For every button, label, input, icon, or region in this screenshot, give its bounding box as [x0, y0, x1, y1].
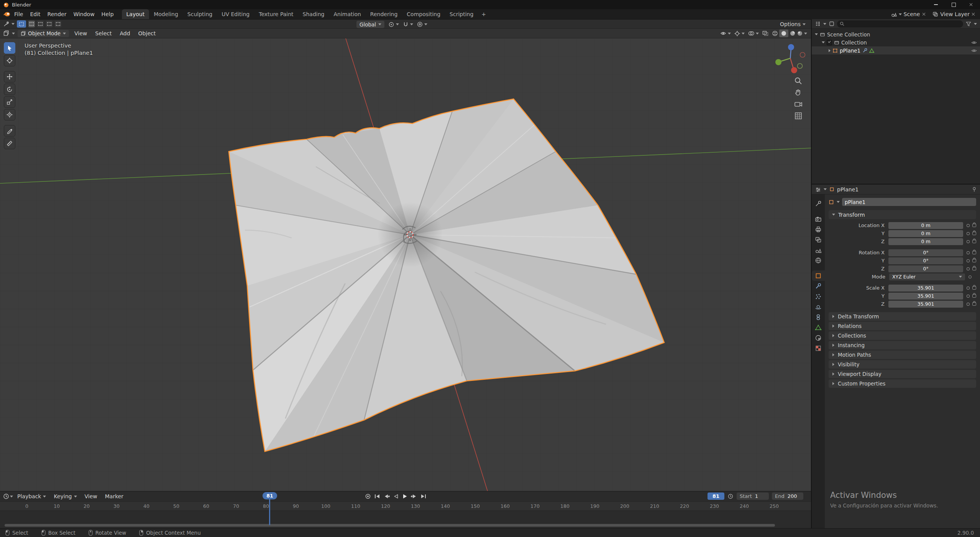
animate-decorator-icon[interactable] — [967, 232, 970, 235]
outliner-item-label[interactable]: Scene Collection — [827, 31, 870, 38]
outliner-item-label[interactable]: pPlane1 — [840, 48, 860, 54]
tab-texture-paint[interactable]: Texture Paint — [254, 9, 298, 19]
collection-checkbox[interactable] — [827, 40, 832, 45]
snapping-dropdown[interactable] — [403, 21, 413, 27]
menu-marker[interactable]: Marker — [102, 493, 127, 499]
expand-icon[interactable] — [829, 49, 831, 52]
orthographic-toggle-icon[interactable] — [794, 112, 803, 120]
chevron-down-icon[interactable] — [974, 23, 977, 25]
tool-measure-button[interactable] — [4, 138, 15, 149]
navigation-gizmo[interactable] — [774, 42, 806, 74]
hide-eye-icon[interactable] — [971, 40, 977, 45]
menu-help[interactable]: Help — [98, 9, 117, 19]
animate-decorator-icon[interactable] — [967, 251, 970, 254]
transform-orientation-dropdown[interactable]: Global — [356, 21, 384, 28]
tab-scene[interactable] — [812, 245, 825, 255]
gizmo-x-axis[interactable] — [791, 67, 797, 73]
timeline-scrollbar[interactable] — [5, 524, 775, 527]
view-layer-label[interactable]: View Layer — [940, 11, 970, 17]
lock-icon[interactable] — [972, 286, 976, 290]
xray-toggle-icon[interactable] — [762, 31, 768, 36]
outliner-row-collection[interactable]: Collection — [812, 38, 980, 46]
options-dropdown[interactable]: Options — [780, 21, 806, 27]
tool-select-box-button[interactable] — [4, 42, 15, 54]
auto-key-button[interactable] — [365, 493, 371, 499]
tool-scale-button[interactable] — [4, 96, 15, 108]
chevron-down-icon[interactable] — [10, 496, 13, 497]
display-mode-icon[interactable] — [829, 21, 834, 26]
frame-end-field[interactable]: End200 — [772, 493, 803, 500]
tab-rendering[interactable]: Rendering — [366, 9, 402, 19]
animate-decorator-icon[interactable] — [967, 287, 970, 290]
pin-icon[interactable] — [972, 187, 977, 192]
shading-wireframe-icon[interactable] — [772, 30, 778, 36]
expand-icon[interactable] — [822, 41, 825, 43]
tab-compositing[interactable]: Compositing — [402, 9, 445, 19]
gizmo-negative-axis[interactable] — [798, 64, 803, 69]
lock-icon[interactable] — [972, 267, 976, 270]
section-collections[interactable]: Collections — [829, 331, 976, 340]
menu-view[interactable]: View — [72, 30, 90, 36]
tab-modifiers[interactable] — [812, 281, 825, 291]
minimize-button[interactable] — [927, 0, 945, 9]
chevron-down-icon[interactable] — [12, 33, 15, 35]
rotation-z-field[interactable]: 0° — [888, 265, 963, 272]
animate-decorator-icon[interactable] — [967, 224, 970, 227]
expand-icon[interactable] — [815, 33, 818, 35]
filter-funnel-icon[interactable] — [966, 21, 971, 26]
location-z-field[interactable]: 0 m — [888, 238, 963, 245]
add-workspace-button[interactable]: + — [478, 9, 489, 19]
location-x-field[interactable]: 0 m — [888, 222, 963, 229]
scale-y-field[interactable]: 35.901 — [888, 293, 963, 300]
animate-decorator-icon[interactable] — [967, 259, 970, 262]
tab-scripting[interactable]: Scripting — [445, 9, 478, 19]
tool-rotate-button[interactable] — [4, 84, 15, 95]
tab-modeling[interactable]: Modeling — [149, 9, 183, 19]
rotation-x-field[interactable]: 0° — [888, 249, 963, 256]
play-button[interactable] — [402, 494, 408, 499]
gizmo-z-axis[interactable] — [788, 44, 794, 50]
outliner-search-input[interactable] — [846, 21, 960, 27]
frame-start-field[interactable]: Start1 — [737, 493, 769, 500]
lock-icon[interactable] — [972, 294, 976, 298]
jump-to-end-button[interactable] — [420, 494, 427, 499]
lock-icon[interactable] — [972, 240, 976, 243]
rotation-mode-dropdown[interactable]: XYZ Euler — [889, 273, 965, 280]
properties-editor-icon[interactable] — [815, 187, 821, 192]
animate-decorator-icon[interactable] — [969, 275, 972, 278]
tab-view-layer[interactable] — [812, 234, 825, 245]
section-motion-paths[interactable]: Motion Paths — [829, 351, 976, 359]
timeline-editor-icon[interactable] — [3, 493, 9, 499]
outliner-search[interactable] — [837, 20, 963, 28]
tool-annotate-button[interactable] — [4, 125, 15, 137]
gizmo-negative-axis[interactable] — [800, 53, 805, 58]
tab-world[interactable] — [812, 255, 825, 265]
animate-decorator-icon[interactable] — [967, 295, 970, 298]
tool-move-button[interactable] — [4, 71, 15, 82]
animate-decorator-icon[interactable] — [967, 303, 970, 306]
chevron-down-icon[interactable] — [837, 201, 840, 203]
play-reverse-button[interactable] — [393, 494, 399, 499]
chevron-down-icon[interactable] — [824, 188, 827, 190]
mode-dropdown[interactable]: Object Mode — [18, 30, 69, 37]
close-button[interactable] — [962, 0, 980, 9]
section-relations[interactable]: Relations — [829, 322, 976, 330]
outliner-editor-icon[interactable] — [815, 21, 821, 26]
gizmos-dropdown[interactable] — [734, 31, 745, 36]
select-mode-intersect-button[interactable] — [55, 21, 61, 27]
tab-animation[interactable]: Animation — [329, 9, 365, 19]
shading-rendered-icon[interactable] — [797, 30, 803, 36]
zoom-icon[interactable] — [794, 77, 803, 85]
menu-select[interactable]: Select — [92, 30, 114, 36]
scene-selector-label[interactable]: Scene — [904, 11, 920, 17]
unlink-scene-icon[interactable] — [922, 12, 926, 16]
preview-range-icon[interactable] — [727, 493, 734, 499]
section-instancing[interactable]: Instancing — [829, 341, 976, 349]
menu-object[interactable]: Object — [136, 30, 159, 36]
scale-x-field[interactable]: 35.901 — [888, 285, 963, 292]
3d-viewport-canvas[interactable] — [0, 38, 811, 491]
timeline-track-area[interactable] — [0, 511, 811, 528]
pivot-point-dropdown[interactable] — [388, 21, 399, 28]
tool-transform-button[interactable] — [4, 109, 15, 120]
editor-type-icon[interactable] — [3, 30, 9, 36]
